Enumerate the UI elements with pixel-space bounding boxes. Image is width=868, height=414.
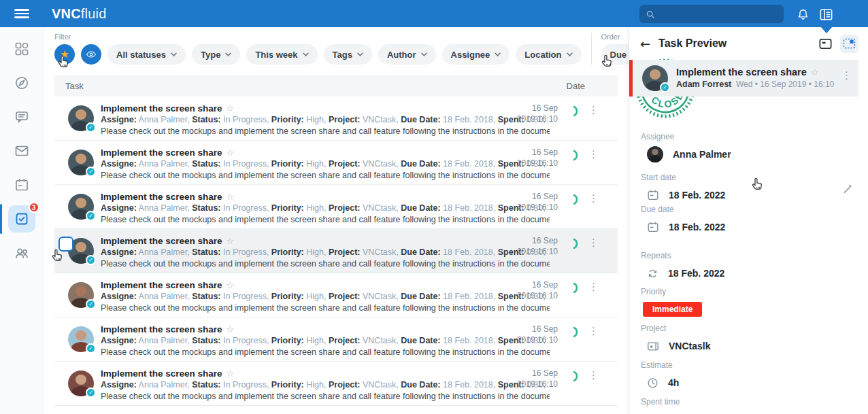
task-list-area: Filter ★ All statuses Type	[44, 27, 629, 414]
card-view-icon[interactable]	[817, 35, 833, 52]
sidebar: 3	[0, 27, 44, 414]
field-spent-time: Spent time 2h	[641, 397, 868, 414]
address-book-icon[interactable]	[817, 5, 835, 23]
task-preview-panel: ← Task Preview ✓ Implement the screen sh…	[629, 27, 868, 414]
assignee-avatar	[647, 146, 663, 162]
preview-task-sub: Adam Forrest Wed • 16 Sep 2019 • 16:10	[676, 79, 834, 90]
tasks-icon	[14, 211, 29, 226]
hamburger-menu-icon[interactable]	[0, 7, 44, 20]
search-icon	[645, 9, 656, 20]
task-title: Implement the screen share☆	[101, 148, 550, 158]
task-row[interactable]: ✓ Implement the screen share☆ Assigne: A…	[54, 273, 618, 317]
filter-chip[interactable]: Tags	[324, 44, 372, 65]
sidebar-item-chat[interactable]	[8, 103, 35, 131]
task-title: Implement the screen share☆	[101, 280, 550, 290]
sidebar-item-contacts[interactable]	[8, 239, 35, 266]
star-outline-icon[interactable]: ☆	[227, 280, 235, 290]
chevron-down-icon	[495, 52, 501, 56]
task-date: 16 Sep 2019 16:10	[517, 324, 558, 345]
chevron-down-icon	[171, 52, 177, 56]
logo-light: fluid	[81, 6, 107, 21]
task-row[interactable]: ✓ Implement the screen share☆ Assigne: A…	[54, 185, 618, 229]
sidebar-item-explore[interactable]	[8, 69, 35, 97]
task-meta: Assigne: Anna Palmer, Status: In Progres…	[101, 247, 550, 257]
field-assignee: Assignee Anna Palmer	[641, 132, 868, 162]
sidebar-item-dashboard[interactable]	[8, 35, 35, 63]
filter-chip[interactable]: Location	[516, 44, 581, 65]
task-row[interactable]: ✓ Implement the screen share☆ Assigne: A…	[54, 317, 618, 362]
column-date: Date	[567, 81, 585, 91]
filter-chip[interactable]: All statuses	[107, 44, 186, 65]
search-input[interactable]	[660, 9, 775, 19]
row-more-menu[interactable]: ⋮	[588, 237, 599, 249]
progress-crescent-icon	[571, 370, 582, 382]
back-arrow-icon[interactable]: ←	[640, 37, 650, 51]
sidebar-item-mail[interactable]	[8, 137, 35, 165]
task-rows: ✓ Implement the screen share☆ Assigne: A…	[54, 97, 618, 406]
chat-icon	[14, 109, 29, 124]
sidebar-item-tasks[interactable]: 3	[8, 205, 35, 232]
sidebar-item-calendar[interactable]	[8, 171, 35, 199]
star-outline-icon[interactable]: ☆	[227, 192, 235, 202]
row-more-menu[interactable]: ⋮	[588, 325, 599, 337]
filter-chip-label: This week	[255, 50, 297, 60]
field-start-date: Start date 18 Feb. 2022	[641, 173, 868, 203]
preview-task-card[interactable]: ✓ Implement the screen share☆ Adam Forre…	[629, 60, 858, 97]
row-more-menu[interactable]: ⋮	[588, 192, 599, 205]
search-box[interactable]	[639, 5, 784, 23]
estimate-value[interactable]: 4h	[668, 377, 679, 388]
star-outline-icon[interactable]: ☆	[227, 368, 235, 379]
preview-task-title: Implement the screen share☆	[676, 66, 834, 79]
task-meta: Assigne: Anna Palmer, Status: In Progres…	[101, 336, 550, 345]
star-outline-icon[interactable]: ☆	[227, 236, 235, 246]
chevron-down-icon	[303, 52, 309, 56]
filter-chip[interactable]: Type	[192, 44, 240, 65]
task-type-badge-icon: ✓	[660, 82, 670, 92]
start-date-value[interactable]: 18 Feb. 2022	[669, 190, 725, 201]
star-outline-icon[interactable]: ☆	[227, 103, 235, 114]
row-checkbox[interactable]	[59, 237, 73, 252]
progress-crescent-icon	[571, 238, 582, 249]
notifications-bell-icon[interactable]	[794, 5, 812, 23]
panel-layout-icon[interactable]	[840, 35, 858, 53]
edit-pencil-icon[interactable]	[842, 183, 853, 194]
row-more-menu[interactable]: ⋮	[588, 148, 599, 160]
task-title: Implement the screen share☆	[101, 324, 550, 334]
task-row[interactable]: ✓ Implement the screen share☆ Assigne: A…	[54, 97, 618, 141]
task-row[interactable]: ✓ Implement the screen share☆ Assigne: A…	[54, 362, 618, 406]
project-value[interactable]: VNCtaslk	[669, 341, 710, 351]
field-estimate: Estimate 4h	[641, 360, 868, 391]
row-more-menu[interactable]: ⋮	[588, 104, 599, 116]
row-more-menu[interactable]: ⋮	[588, 369, 599, 381]
priority-badge: Immediate	[643, 302, 702, 317]
calendar-icon	[14, 177, 29, 192]
task-type-badge-icon: ✓	[86, 255, 96, 265]
filter-chip[interactable]: Author	[378, 44, 436, 65]
task-row[interactable]: ✓ Implement the screen share☆ Assigne: A…	[54, 229, 618, 273]
task-description: Please check out the mockups and impleme…	[101, 126, 550, 136]
row-more-menu[interactable]: ⋮	[588, 281, 599, 293]
task-description: Please check out the mockups and impleme…	[101, 215, 550, 224]
favorites-filter-button[interactable]: ★	[54, 44, 75, 65]
filter-chip[interactable]: Assignee	[442, 44, 510, 65]
due-date-value[interactable]: 18 Feb. 2022	[669, 222, 725, 232]
repeats-value[interactable]: 18 Feb. 2022	[668, 268, 724, 279]
star-outline-icon[interactable]: ☆	[811, 67, 819, 77]
progress-crescent-icon	[571, 326, 582, 338]
list-header: Task Date	[54, 75, 618, 97]
filter-chip-label: All statuses	[116, 50, 166, 60]
task-title: Implement the screen share☆	[101, 103, 550, 114]
star-icon: ★	[60, 50, 69, 60]
watched-filter-button[interactable]	[81, 44, 101, 65]
star-outline-icon[interactable]: ☆	[227, 148, 235, 158]
dashboard-icon	[14, 41, 29, 56]
chevron-down-icon	[421, 52, 427, 56]
preview-more-menu[interactable]: ⋮	[841, 69, 852, 82]
filter-chip[interactable]: This week	[246, 44, 317, 65]
progress-crescent-icon	[571, 105, 582, 117]
task-type-badge-icon: ✓	[86, 211, 96, 221]
task-row[interactable]: ✓ Implement the screen share☆ Assigne: A…	[54, 141, 618, 185]
task-description: Please check out the mockups and impleme…	[101, 259, 550, 269]
star-outline-icon[interactable]: ☆	[227, 324, 235, 334]
task-meta: Assigne: Anna Palmer, Status: In Progres…	[101, 292, 550, 301]
